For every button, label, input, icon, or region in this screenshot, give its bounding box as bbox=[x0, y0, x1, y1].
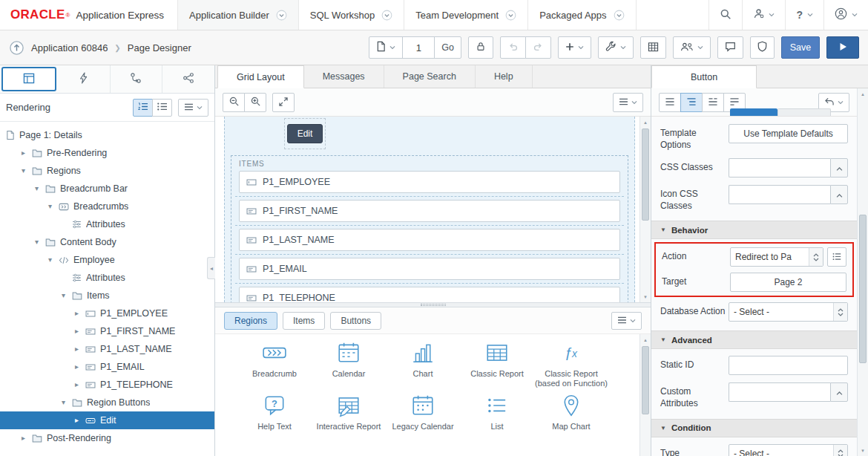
team-menu-button[interactable] bbox=[673, 36, 711, 59]
collapse-icon[interactable]: ▾ bbox=[46, 203, 54, 210]
go-button[interactable]: Go bbox=[434, 36, 461, 59]
target-button[interactable]: Page 2 bbox=[730, 273, 846, 292]
tree-item-edit[interactable]: ▸Edit bbox=[0, 411, 214, 429]
gallery-item-map-chart[interactable]: Map Chart bbox=[534, 393, 608, 431]
undo-button[interactable] bbox=[500, 36, 526, 59]
hot-toggle-partial[interactable] bbox=[730, 108, 777, 116]
canvas-item-p1-first-name[interactable]: P1_FIRST_NAME bbox=[239, 200, 620, 222]
edit-button-canvas[interactable]: Edit bbox=[287, 124, 323, 143]
canvas-item-p1-email[interactable]: P1_EMAIL bbox=[239, 258, 620, 280]
tree-item-breadcrumbs[interactable]: ▾Breadcrumbs bbox=[0, 198, 214, 215]
tree-item-p1-last-name[interactable]: ▸P1_LAST_NAME bbox=[0, 340, 214, 358]
canvas-scrollbar[interactable]: ▲ ▼ bbox=[640, 117, 651, 302]
admin-menu-button[interactable] bbox=[742, 0, 785, 30]
feedback-button[interactable] bbox=[717, 36, 743, 59]
gallery-item-legacy-calendar[interactable]: Legacy Calendar bbox=[386, 393, 460, 431]
tab-rendering[interactable] bbox=[1, 67, 56, 91]
zoom-in-button[interactable] bbox=[244, 93, 266, 112]
canvas-item-p1-last-name[interactable]: P1_LAST_NAME bbox=[239, 229, 620, 251]
app-tab-packaged-apps[interactable]: Packaged Apps bbox=[528, 0, 636, 30]
action-select[interactable]: Redirect to Pa bbox=[730, 247, 823, 267]
static-id-input[interactable] bbox=[729, 356, 848, 375]
group-advanced[interactable]: ▼Advanced bbox=[651, 330, 857, 349]
scroll-up-icon[interactable]: ▲ bbox=[640, 334, 651, 345]
collapse-icon[interactable]: ▾ bbox=[19, 167, 27, 175]
gallery-item-classic-report[interactable]: Classic Report bbox=[460, 340, 534, 388]
scrollbar-thumb[interactable] bbox=[642, 128, 649, 221]
app-tab-team-development[interactable]: Team Development bbox=[404, 0, 528, 30]
scroll-down-icon[interactable]: ▼ bbox=[640, 291, 651, 302]
collapse-icon[interactable]: ▾ bbox=[59, 292, 68, 299]
gallery-tab-items[interactable]: Items bbox=[283, 312, 325, 330]
tree-item-breadcrumb-bar[interactable]: ▾Breadcrumb Bar bbox=[0, 180, 214, 198]
gallery-item-interactive-report[interactable]: Interactive Report bbox=[312, 393, 386, 431]
database-action-select[interactable]: - Select - bbox=[729, 302, 848, 322]
icon-css-classes-popup-button[interactable] bbox=[830, 185, 848, 204]
gallery-item-calendar[interactable]: Calendar bbox=[312, 340, 386, 388]
expand-icon[interactable]: ▸ bbox=[19, 149, 27, 157]
user-menu-button[interactable] bbox=[823, 0, 868, 30]
display-grouped-button[interactable] bbox=[680, 93, 703, 112]
tab-help[interactable]: Help bbox=[476, 65, 533, 88]
gallery-item-chart[interactable]: Chart bbox=[386, 340, 460, 388]
expand-icon[interactable]: ▸ bbox=[19, 434, 27, 442]
group-by-type-button[interactable] bbox=[152, 99, 172, 117]
shortcuts-button[interactable] bbox=[640, 36, 666, 59]
tab-page-search[interactable]: Page Search bbox=[384, 65, 476, 88]
display-split-button[interactable] bbox=[702, 93, 724, 112]
create-menu-button[interactable] bbox=[558, 36, 591, 59]
expand-icon[interactable]: ▸ bbox=[73, 381, 81, 388]
app-tab-application-builder[interactable]: Application Builder bbox=[178, 0, 299, 30]
breadcrumb-application[interactable]: Application 60846 bbox=[31, 42, 108, 53]
tree-item-page-1-details[interactable]: Page 1: Details bbox=[0, 126, 214, 144]
utilities-menu-button[interactable] bbox=[598, 36, 634, 59]
zoom-out-button[interactable] bbox=[223, 93, 245, 112]
collapse-left-panel-handle[interactable]: ◂ bbox=[207, 257, 215, 279]
tab-messages[interactable]: Messages bbox=[304, 65, 384, 88]
gallery-item-help-text[interactable]: ?Help Text bbox=[237, 393, 312, 431]
app-tab-sql-workshop[interactable]: SQL Workshop bbox=[299, 0, 404, 30]
tab-dynamic-actions[interactable] bbox=[58, 65, 111, 93]
gallery-splitter[interactable] bbox=[215, 302, 651, 307]
expand-icon[interactable]: ▸ bbox=[73, 345, 81, 353]
group-condition[interactable]: ▼Condition bbox=[651, 419, 857, 437]
properties-scrollbar[interactable]: ▲ ▼ bbox=[857, 88, 868, 456]
tree-item-attributes[interactable]: Attributes bbox=[0, 269, 214, 287]
layout-menu-button[interactable] bbox=[613, 93, 643, 112]
search-button[interactable] bbox=[708, 0, 742, 30]
display-all-button[interactable] bbox=[659, 93, 681, 112]
template-options-button[interactable]: Use Template Defaults bbox=[729, 124, 848, 143]
tree-item-pre-rendering[interactable]: ▸Pre-Rendering bbox=[0, 144, 214, 162]
collapse-icon[interactable]: ▾ bbox=[33, 238, 41, 246]
gallery-menu-button[interactable] bbox=[611, 312, 642, 330]
page-lock-button[interactable] bbox=[468, 36, 493, 59]
gallery-scrollbar[interactable]: ▲ bbox=[640, 334, 651, 456]
scrollbar-thumb[interactable] bbox=[859, 215, 867, 363]
icon-css-classes-input[interactable] bbox=[729, 185, 830, 204]
action-quickpick-button[interactable] bbox=[827, 247, 846, 267]
gallery-tab-regions[interactable]: Regions bbox=[224, 312, 277, 330]
admin-button[interactable] bbox=[750, 36, 775, 59]
go-up-icon[interactable] bbox=[9, 40, 24, 56]
tree-item-p1-first-name[interactable]: ▸P1_FIRST_NAME bbox=[0, 322, 214, 340]
tab-processing[interactable] bbox=[111, 65, 163, 93]
tree-item-items[interactable]: ▾Items bbox=[0, 287, 214, 304]
tree-item-content-body[interactable]: ▾Content Body bbox=[0, 233, 214, 251]
condition-type-select[interactable]: - Select - bbox=[729, 444, 848, 456]
scroll-up-icon[interactable]: ▲ bbox=[858, 88, 868, 100]
collapse-icon[interactable]: ▾ bbox=[46, 256, 54, 264]
gallery-item-list[interactable]: List bbox=[460, 393, 534, 431]
scrollbar-thumb[interactable] bbox=[642, 346, 649, 414]
tree-item-employee[interactable]: ▾Employee bbox=[0, 251, 214, 269]
scroll-down-icon[interactable]: ▼ bbox=[858, 445, 868, 456]
tab-button-properties[interactable]: Button bbox=[651, 65, 757, 88]
expand-icon[interactable]: ▸ bbox=[73, 328, 81, 335]
save-button[interactable]: Save bbox=[781, 36, 820, 59]
expand-button[interactable] bbox=[272, 93, 295, 112]
scroll-up-icon[interactable]: ▲ bbox=[640, 117, 651, 128]
expand-icon[interactable]: ▸ bbox=[73, 310, 81, 317]
tab-shared-components[interactable] bbox=[162, 65, 214, 93]
tree-item-p1-email[interactable]: ▸P1_EMAIL bbox=[0, 358, 214, 376]
css-classes-input[interactable] bbox=[729, 158, 830, 177]
page-number-input[interactable] bbox=[402, 36, 435, 59]
